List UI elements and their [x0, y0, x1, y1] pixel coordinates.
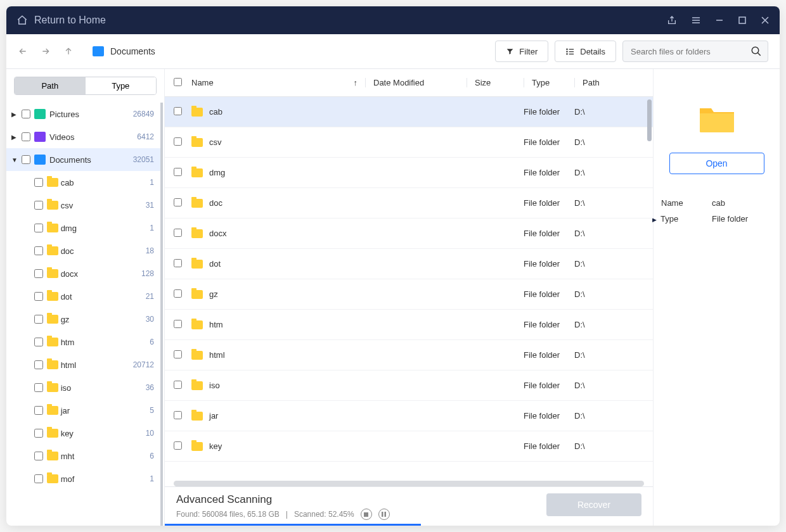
sidebar-tree[interactable]: ▶ Pictures 26849▶ Videos 6412▼ Documents…: [6, 103, 163, 526]
return-home-button[interactable]: Return to Home: [16, 15, 106, 26]
pause-scan-button[interactable]: [378, 509, 390, 520]
col-type[interactable]: Type: [524, 78, 574, 87]
sidebar-item-count: 1: [150, 474, 154, 483]
sidebar-checkbox[interactable]: [34, 178, 43, 187]
sidebar-checkbox[interactable]: [34, 224, 43, 232]
seg-path-button[interactable]: Path: [15, 77, 86, 94]
sidebar-checkbox[interactable]: [34, 360, 43, 369]
sidebar-checkbox[interactable]: [22, 155, 30, 164]
meta-type-row[interactable]: Type File folder: [661, 214, 772, 224]
select-all-checkbox[interactable]: [174, 78, 182, 86]
sidebar-item-iso[interactable]: iso 36: [6, 376, 160, 399]
table-row[interactable]: dmg File folder D:\: [165, 158, 653, 188]
maximize-button[interactable]: [738, 16, 747, 25]
sidebar-checkbox[interactable]: [34, 474, 43, 483]
sidebar-checkbox[interactable]: [34, 406, 43, 415]
sort-asc-icon[interactable]: ↑: [354, 78, 358, 87]
stop-scan-button[interactable]: [361, 509, 372, 520]
recover-button[interactable]: Recover: [546, 493, 641, 516]
nav-back-button[interactable]: [18, 46, 28, 56]
nav-up-button[interactable]: [63, 46, 74, 56]
row-type: File folder: [524, 381, 574, 390]
horizontal-scrollbar[interactable]: [174, 481, 644, 486]
col-name[interactable]: Name↑: [191, 78, 365, 87]
table-body[interactable]: cab File folder D:\ csv File folder D:\ …: [165, 97, 653, 481]
sidebar-checkbox[interactable]: [34, 452, 43, 460]
search-input[interactable]: [622, 41, 768, 62]
svg-rect-7: [385, 512, 387, 517]
sidebar-item-cab[interactable]: cab 1: [6, 171, 160, 194]
row-checkbox[interactable]: [174, 107, 182, 115]
sidebar-checkbox[interactable]: [22, 132, 30, 141]
row-checkbox[interactable]: [174, 411, 182, 419]
col-size[interactable]: Size: [467, 78, 524, 87]
chevron-icon: ▶: [11, 111, 19, 118]
minimize-button[interactable]: [715, 16, 724, 25]
open-button[interactable]: Open: [669, 153, 764, 174]
sidebar-item-gz[interactable]: gz 30: [6, 308, 160, 331]
seg-type-button[interactable]: Type: [86, 77, 157, 94]
table-row[interactable]: doc File folder D:\: [165, 188, 653, 218]
sidebar-item-html[interactable]: html 20712: [6, 353, 160, 376]
table-row[interactable]: jar File folder D:\: [165, 401, 653, 431]
svg-point-4: [752, 47, 759, 54]
share-icon[interactable]: [667, 15, 677, 25]
col-date[interactable]: Date Modified: [365, 78, 467, 87]
vertical-scrollbar[interactable]: [647, 99, 652, 141]
sidebar-checkbox[interactable]: [34, 315, 43, 324]
table-row[interactable]: iso File folder D:\: [165, 370, 653, 401]
row-checkbox[interactable]: [174, 381, 182, 389]
sidebar-item-key[interactable]: key 10: [6, 422, 160, 445]
col-path[interactable]: Path: [574, 78, 644, 87]
row-checkbox[interactable]: [174, 289, 182, 298]
sidebar-item-dmg[interactable]: dmg 1: [6, 217, 160, 239]
menu-icon[interactable]: [691, 15, 701, 25]
row-checkbox[interactable]: [174, 168, 182, 176]
search-icon[interactable]: [751, 46, 762, 57]
filter-button[interactable]: Filter: [495, 41, 548, 62]
sidebar-item-dot[interactable]: dot 21: [6, 285, 160, 308]
row-checkbox[interactable]: [174, 137, 182, 146]
sidebar-checkbox[interactable]: [34, 429, 43, 438]
table-row[interactable]: html File folder D:\: [165, 340, 653, 370]
table-row[interactable]: key File folder D:\: [165, 431, 653, 462]
table-row[interactable]: cab File folder D:\: [165, 97, 653, 127]
row-checkbox[interactable]: [174, 259, 182, 267]
row-path: D:\: [574, 350, 644, 360]
row-name: iso: [209, 381, 220, 390]
table-row[interactable]: dot File folder D:\: [165, 249, 653, 279]
folder-icon: [191, 351, 203, 360]
nav-forward-button[interactable]: [41, 46, 51, 56]
sidebar-item-pictures[interactable]: ▶ Pictures 26849: [6, 103, 160, 125]
sidebar-item-htm[interactable]: htm 6: [6, 331, 160, 353]
sidebar-item-doc[interactable]: doc 18: [6, 239, 160, 262]
sidebar-item-docx[interactable]: docx 128: [6, 262, 160, 285]
sidebar-item-videos[interactable]: ▶ Videos 6412: [6, 125, 160, 148]
sidebar-item-mof[interactable]: mof 1: [6, 467, 160, 490]
details-button[interactable]: Details: [555, 41, 616, 62]
table-row[interactable]: htm File folder D:\: [165, 310, 653, 340]
row-checkbox[interactable]: [174, 350, 182, 358]
sidebar-checkbox[interactable]: [34, 292, 43, 301]
row-checkbox[interactable]: [174, 198, 182, 206]
sidebar-item-csv[interactable]: csv 31: [6, 194, 160, 217]
sidebar-checkbox[interactable]: [34, 338, 43, 346]
sidebar-item-mht[interactable]: mht 6: [6, 445, 160, 467]
row-type: File folder: [524, 320, 574, 329]
close-button[interactable]: [761, 16, 770, 25]
table-row[interactable]: csv File folder D:\: [165, 127, 653, 158]
row-checkbox[interactable]: [174, 229, 182, 237]
sidebar-checkbox[interactable]: [34, 246, 43, 255]
row-checkbox[interactable]: [174, 441, 182, 450]
sidebar-checkbox[interactable]: [34, 383, 43, 392]
search-box: [622, 41, 768, 62]
sidebar-checkbox[interactable]: [34, 201, 43, 210]
table-row[interactable]: docx File folder D:\: [165, 218, 653, 249]
table-row[interactable]: gz File folder D:\: [165, 279, 653, 310]
sidebar-checkbox[interactable]: [34, 269, 43, 278]
sidebar-item-jar[interactable]: jar 5: [6, 399, 160, 422]
sidebar-item-documents[interactable]: ▼ Documents 32051: [6, 148, 160, 171]
breadcrumb[interactable]: Documents: [93, 46, 155, 56]
sidebar-checkbox[interactable]: [22, 110, 30, 118]
row-checkbox[interactable]: [174, 320, 182, 328]
